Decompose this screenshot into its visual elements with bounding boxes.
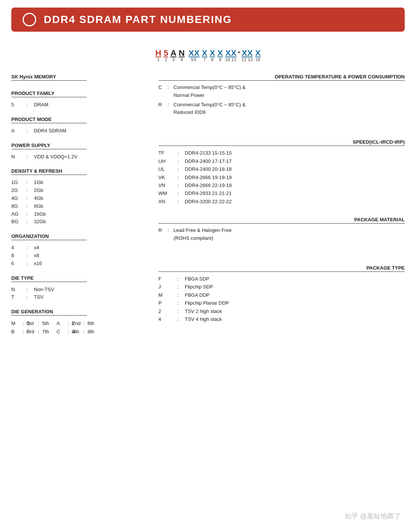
header-title: DDR4 SDRAM PART NUMBERING	[44, 14, 232, 26]
pn-char-5: 5 2	[164, 48, 168, 62]
list-item: 8G : 8Gb	[11, 202, 151, 210]
right-column: OPERATING TEMPERATURE & POWER CONSUMPTIO…	[151, 74, 405, 343]
list-item: P : Flipchip Planar DDP	[158, 299, 405, 307]
die-type-items: N : Non-TSV T : TSV	[11, 286, 151, 302]
list-item: R : Commercial Temp(0°C ~ 85°C) &Reduced…	[158, 101, 405, 117]
list-item: 2G : 2Gb	[11, 187, 151, 195]
product-family-items: 5 : DRAM	[11, 101, 151, 109]
list-item: F : FBGA SDP	[158, 275, 405, 283]
pn-char-X9: X 9	[217, 48, 223, 62]
section-density-refresh: DENSITY & REFRESH 1G : 1Gb 2G : 2Gb 4G :	[11, 168, 151, 226]
section-organization: ORGANIZATION 4 : x4 8 : x8 6 :	[11, 233, 151, 267]
density-refresh-items: 1G : 1Gb 2G : 2Gb 4G : 4Gb	[11, 179, 151, 226]
section-title-speed: SPEED(tCL-tRCD-tRP)	[158, 139, 405, 146]
section-product-family: PRODUCT FAMILY 5 : DRAM	[11, 90, 151, 109]
section-title-power-supply: POWER SUPPLY	[11, 143, 87, 149]
part-number-section: H 1 5 2 A 3 N 4	[11, 43, 405, 66]
organization-items: 4 : x4 8 : x8 6 : x16	[11, 244, 151, 267]
list-item: VN : DDR4-2666 22-19-19	[158, 181, 405, 189]
list-item: F : 7th	[26, 328, 57, 336]
pn-char-XX1011: XX 10 11	[225, 48, 236, 62]
list-item: G : 8th	[72, 328, 102, 336]
section-title-product-mode: PRODUCT MODE	[11, 117, 87, 123]
package-type-items: F : FBGA SDP J : Flipchip SDP M : FBGA D…	[158, 275, 405, 323]
section-title-sk-hynix: SK Hynix MEMORY	[11, 74, 87, 81]
list-item: C : 4th	[57, 328, 72, 336]
list-item: 8 : x8	[11, 252, 151, 260]
section-title-product-family: PRODUCT FAMILY	[11, 90, 87, 97]
list-item: N : Non-TSV	[11, 286, 151, 294]
pn-char-XX1213: XX 12 13	[241, 48, 253, 62]
list-item: A : 2nd	[57, 319, 72, 328]
list-item: M : 1st	[11, 319, 26, 328]
pn-dash: -	[236, 47, 241, 62]
header-circle-icon	[23, 13, 36, 26]
die-generation-grid: M : 1st D : 5th A : 2nd E	[11, 319, 151, 336]
list-item: D : 5th	[26, 319, 57, 328]
list-item: 4 : x4	[11, 244, 151, 252]
list-item: T : TSV	[11, 293, 151, 301]
section-title-operating-temp: OPERATING TEMPERATURE & POWER CONSUMPTIO…	[158, 74, 405, 81]
section-die-type: DIE TYPE N : Non-TSV T : TSV	[11, 275, 151, 302]
section-title-package-type: PACKAGE TYPE	[158, 265, 405, 272]
list-item: 1G : 1Gb	[11, 179, 151, 187]
pn-char-X14: X 14	[255, 48, 261, 62]
list-item: WM : DDR4-2933 21-21-21	[158, 189, 405, 197]
section-sk-hynix: SK Hynix MEMORY	[11, 74, 151, 83]
part-number-container: H 1 5 2 A 3 N 4	[155, 47, 261, 63]
pn-char-X8: X 8	[210, 48, 215, 62]
section-title-density-refresh: DENSITY & REFRESH	[11, 168, 87, 175]
pn-char-H: H 1	[155, 48, 161, 62]
list-item: 4G : 4Gb	[11, 195, 151, 202]
section-power-supply: POWER SUPPLY N : VDD & VDDQ=1.2V	[11, 143, 151, 161]
list-item: UH : DDR4-2400 17-17-17	[158, 157, 405, 165]
section-speed: SPEED(tCL-tRCD-tRP) TF : DDR4-2133 15-15…	[158, 139, 405, 205]
list-item: C : Commercial Temp(0°C ~ 85°C) &Normal …	[158, 84, 405, 100]
left-column: SK Hynix MEMORY PRODUCT FAMILY 5 : DRAM …	[11, 74, 151, 343]
operating-temp-items: C : Commercial Temp(0°C ~ 85°C) &Normal …	[158, 84, 405, 117]
list-item: J : Flipchip SDP	[158, 283, 405, 291]
section-die-generation: DIE GENERATION M : 1st D : 5th A :	[11, 309, 151, 336]
header-bar: DDR4 SDRAM PART NUMBERING	[11, 8, 405, 32]
pn-char-X7: X 7	[202, 48, 207, 62]
list-item: B : 3rd	[11, 328, 26, 336]
watermark: 知乎 @羞耻地匿了	[345, 512, 401, 521]
list-item: A : DDR4 SDRAM	[11, 127, 151, 135]
part-number-row: H 1 5 2 A 3 N 4	[155, 47, 261, 62]
list-item: VK : DDR4-2666 19-19-19	[158, 173, 405, 181]
list-item: UL : DDR4-2400 20-18-18	[158, 165, 405, 173]
list-item: TF : DDR4-2133 15-15-15	[158, 149, 405, 157]
pn-char-XX56: XX 56	[189, 48, 200, 62]
section-package-type: PACKAGE TYPE F : FBGA SDP J : Flipchip S…	[158, 265, 405, 323]
power-supply-items: N : VDD & VDDQ=1.2V	[11, 153, 151, 161]
list-item: XN : DDR4-3200 22-22-22	[158, 198, 405, 205]
main-content: SK Hynix MEMORY PRODUCT FAMILY 5 : DRAM …	[11, 74, 405, 343]
list-item: M : FBGA DDP	[158, 291, 405, 299]
section-title-organization: ORGANIZATION	[11, 233, 87, 240]
pn-char-N: N 4	[179, 48, 185, 62]
list-item: N : VDD & VDDQ=1.2V	[11, 153, 151, 161]
product-mode-items: A : DDR4 SDRAM	[11, 127, 151, 135]
list-item: 5 : DRAM	[11, 101, 151, 109]
list-item: R : Lead Free & Halogen Free(ROHS compli…	[158, 227, 405, 242]
list-item: 4 : TSV 4 high stack	[158, 315, 405, 323]
package-material-items: R : Lead Free & Halogen Free(ROHS compli…	[158, 227, 405, 242]
list-item: AG : 16Gb	[11, 210, 151, 218]
section-title-package-material: PACKAGE MATERIAL	[158, 217, 405, 224]
list-item: 2 : TSV 2 high stack	[158, 307, 405, 315]
section-title-die-type: DIE TYPE	[11, 275, 87, 282]
list-item: BG : 32Gb	[11, 218, 151, 226]
section-product-mode: PRODUCT MODE A : DDR4 SDRAM	[11, 117, 151, 135]
speed-items: TF : DDR4-2133 15-15-15 UH : DDR4-2400 1…	[158, 149, 405, 205]
list-item: E : 6th	[72, 319, 102, 328]
section-title-die-generation: DIE GENERATION	[11, 309, 87, 316]
section-package-material: PACKAGE MATERIAL R : Lead Free & Halogen…	[158, 217, 405, 242]
pn-char-A: A 3	[170, 48, 177, 62]
list-item: 6 : x16	[11, 260, 151, 268]
page: DDR4 SDRAM PART NUMBERING H 1 5 2 A	[0, 0, 416, 532]
section-operating-temp: OPERATING TEMPERATURE & POWER CONSUMPTIO…	[158, 74, 405, 117]
